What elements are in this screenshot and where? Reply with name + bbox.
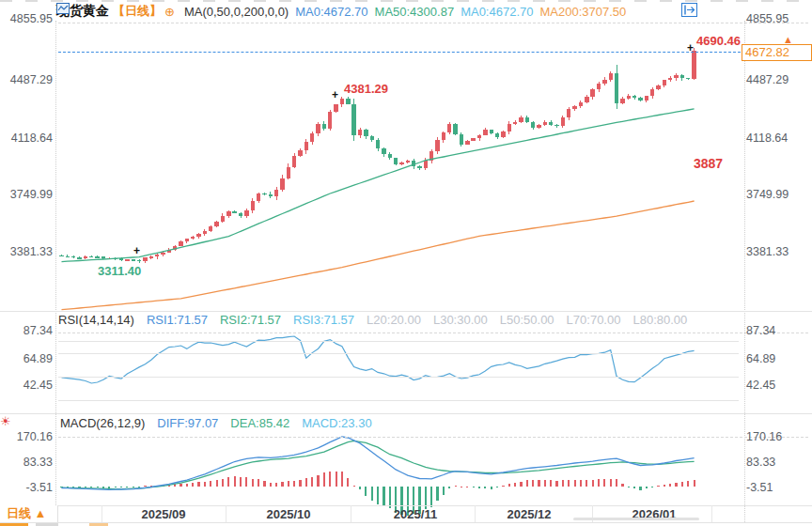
rsi-gridline-30 bbox=[58, 400, 739, 401]
rsi2-value: RSI2:71.57 bbox=[220, 313, 281, 327]
month-tick bbox=[226, 505, 226, 522]
low-label: 3311.40 bbox=[98, 264, 141, 278]
macd-title[interactable]: MACD(26,12,9) bbox=[60, 416, 145, 430]
rsi-gridline-50 bbox=[58, 377, 739, 378]
diff-value: DIFF:97.07 bbox=[157, 416, 218, 430]
macd-axis-label: 83.33 bbox=[746, 456, 775, 469]
period-tab[interactable]: 日线 ▲ bbox=[0, 505, 58, 522]
peak-cross-marker: + bbox=[332, 90, 338, 100]
rsi-l20: L20:20.00 bbox=[367, 313, 421, 327]
rsi-axis-label: 42.45 bbox=[746, 379, 775, 392]
rsi1-value: RSI1:71.57 bbox=[147, 313, 208, 327]
indicator-settings-icon[interactable]: ☀ bbox=[0, 415, 11, 428]
pane-top-gridline bbox=[58, 437, 808, 438]
last-high-label: 4690.46 bbox=[696, 34, 741, 48]
macd-value: MACD:23.30 bbox=[302, 416, 371, 430]
x-axis-label: 2025/10 bbox=[267, 507, 311, 521]
rsi-l70: L70:70.00 bbox=[567, 313, 621, 327]
alert-arrow-icon[interactable]: ▲ bbox=[783, 35, 793, 45]
rsi-gridline-70 bbox=[58, 353, 739, 354]
month-tick bbox=[475, 505, 476, 522]
rsi-axis-label: 87.34 bbox=[0, 324, 53, 337]
rsi-gridline-80 bbox=[58, 341, 739, 342]
pane-separator bbox=[0, 413, 812, 414]
pane-separator bbox=[0, 311, 812, 312]
dea-value: DEA:85.42 bbox=[230, 416, 289, 430]
macd-axis-label: 170.16 bbox=[746, 430, 782, 443]
month-tick bbox=[351, 505, 351, 522]
pane-separator bbox=[0, 505, 812, 506]
rsi-axis-label: 64.89 bbox=[746, 352, 775, 365]
month-tick bbox=[711, 505, 712, 522]
chart-window: 现货黄金 【日线】 ⊕ MA(0,50,0,200,0,0) MA0:4672.… bbox=[0, 0, 812, 526]
rsi-title[interactable]: RSI(14,14,14) bbox=[58, 313, 134, 327]
current-price-line bbox=[58, 52, 741, 53]
low-cross-marker: + bbox=[133, 246, 140, 255]
current-price-tag: 4672.82 bbox=[742, 44, 812, 61]
rsi-axis-label: 64.89 bbox=[0, 352, 53, 365]
rsi-l50: L50:50.00 bbox=[500, 313, 554, 327]
rsi3-value: RSI3:71.57 bbox=[293, 313, 354, 327]
macd-axis-label: -3.51 bbox=[746, 481, 773, 494]
rsi-axis-label: 42.45 bbox=[0, 379, 53, 392]
x-axis-label: 2025/09 bbox=[142, 507, 186, 521]
chart-canvas bbox=[0, 0, 812, 526]
pane-top-gridline bbox=[58, 333, 808, 333]
macd-axis-label: 83.33 bbox=[0, 456, 53, 469]
month-tick bbox=[102, 505, 102, 522]
horizontal-scrollbar-thumb[interactable] bbox=[573, 518, 699, 520]
rsi-axis-label: 87.34 bbox=[746, 324, 775, 337]
x-axis-label: 2025/11 bbox=[394, 507, 437, 521]
peak-label: 4381.29 bbox=[344, 82, 388, 96]
x-axis-label: 2025/12 bbox=[508, 507, 552, 521]
rsi-l80: L80:80.00 bbox=[632, 313, 687, 327]
macd-axis-label: -3.51 bbox=[0, 481, 53, 494]
macd-axis-label: 170.16 bbox=[0, 430, 53, 443]
high-cross-marker: + bbox=[687, 43, 694, 53]
alert-level-label: 3887 bbox=[694, 156, 723, 171]
bottom-separator bbox=[0, 522, 812, 523]
rsi-l30: L30:30.00 bbox=[433, 313, 488, 327]
